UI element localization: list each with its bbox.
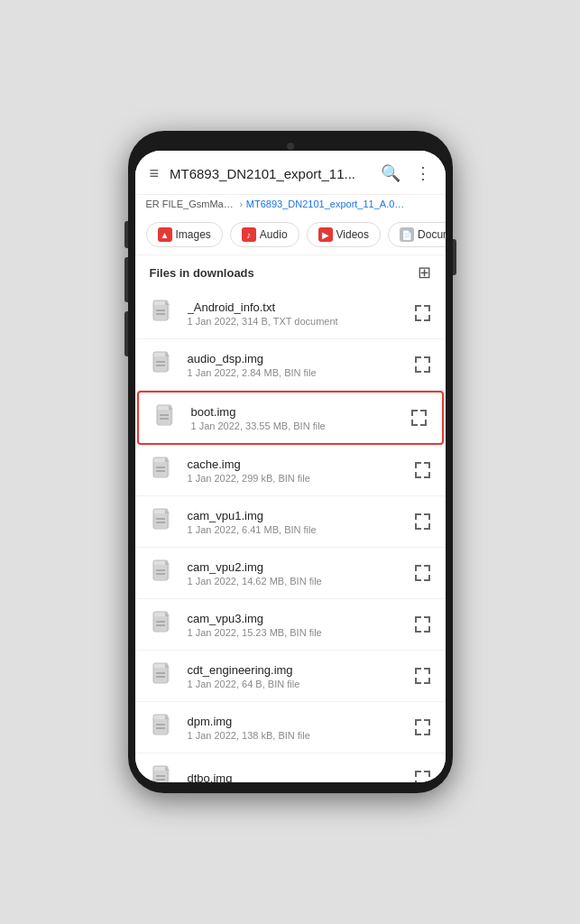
tab-audio[interactable]: ♪ Audio bbox=[230, 222, 299, 247]
file-meta: 1 Jan 2022, 64 B, BIN file bbox=[188, 679, 404, 689]
category-tabs: ▲ Images ♪ Audio ▶ Videos 📄 Documents bbox=[135, 215, 446, 255]
file-meta: 1 Jan 2022, 6.41 MB, BIN file bbox=[188, 524, 404, 535]
file-icon bbox=[153, 402, 180, 434]
expand-icon[interactable] bbox=[415, 565, 431, 581]
file-icon bbox=[150, 660, 177, 692]
tab-videos[interactable]: ▶ Videos bbox=[307, 222, 381, 247]
file-name: cdt_engineering.img bbox=[188, 663, 404, 677]
file-meta: 1 Jan 2022, 15.23 MB, BIN file bbox=[188, 627, 404, 638]
file-icon bbox=[150, 762, 177, 782]
file-name: dtbo.img bbox=[188, 772, 404, 783]
list-item[interactable]: dpm.img 1 Jan 2022, 138 kB, BIN file bbox=[135, 702, 446, 753]
docs-icon: 📄 bbox=[400, 227, 414, 242]
list-item[interactable]: cache.img 1 Jan 2022, 299 kB, BIN file bbox=[135, 445, 446, 496]
expand-icon[interactable] bbox=[415, 616, 431, 633]
list-item[interactable]: _Android_info.txt 1 Jan 2022, 314 B, TXT… bbox=[135, 288, 446, 339]
svg-rect-5 bbox=[153, 356, 170, 371]
list-item[interactable]: cdt_engineering.img 1 Jan 2022, 64 B, BI… bbox=[135, 651, 446, 702]
top-bar: ≡ MT6893_DN2101_export_11... 🔍 ⋮ bbox=[135, 151, 446, 195]
file-meta: 1 Jan 2022, 14.62 MB, BIN file bbox=[188, 576, 404, 587]
expand-icon[interactable] bbox=[415, 513, 431, 530]
videos-icon: ▶ bbox=[318, 227, 333, 242]
grid-view-icon[interactable]: ⊞ bbox=[418, 263, 431, 282]
file-name: cam_vpu2.img bbox=[188, 560, 404, 574]
file-meta: 1 Jan 2022, 314 B, TXT document bbox=[188, 316, 404, 327]
file-meta: 1 Jan 2022, 299 kB, BIN file bbox=[188, 473, 404, 484]
search-icon[interactable]: 🔍 bbox=[377, 160, 404, 187]
svg-rect-29 bbox=[153, 668, 170, 682]
expand-icon[interactable] bbox=[415, 668, 431, 684]
file-icon bbox=[150, 348, 177, 381]
file-icon bbox=[150, 454, 177, 486]
file-info: cam_vpu3.img 1 Jan 2022, 15.23 MB, BIN f… bbox=[188, 612, 404, 638]
images-icon: ▲ bbox=[158, 227, 172, 242]
expand-icon[interactable] bbox=[411, 410, 428, 426]
file-icon bbox=[150, 505, 177, 538]
file-info: cam_vpu1.img 1 Jan 2022, 6.41 MB, BIN fi… bbox=[188, 509, 404, 535]
breadcrumb: ER FILE_GsmMafi... › MT6893_DN2101_expor… bbox=[135, 195, 446, 215]
file-icon bbox=[150, 711, 177, 744]
expand-icon[interactable] bbox=[415, 356, 431, 373]
breadcrumb-current[interactable]: MT6893_DN2101_export_11_A.07.202107... bbox=[246, 199, 409, 209]
svg-rect-9 bbox=[157, 410, 173, 424]
breadcrumb-prev[interactable]: ER FILE_GsmMafi... bbox=[146, 199, 236, 209]
tab-images[interactable]: ▲ Images bbox=[146, 222, 223, 247]
file-name: cache.img bbox=[188, 457, 404, 471]
file-meta: 1 Jan 2022, 33.55 MB, BIN file bbox=[191, 420, 400, 431]
expand-icon[interactable] bbox=[415, 771, 431, 782]
file-icon bbox=[150, 557, 177, 589]
file-name: dpm.img bbox=[188, 715, 404, 728]
tab-documents-label: Documents bbox=[418, 228, 445, 241]
list-item[interactable]: cam_vpu3.img 1 Jan 2022, 15.23 MB, BIN f… bbox=[135, 599, 446, 651]
svg-rect-21 bbox=[153, 565, 170, 579]
file-name: cam_vpu3.img bbox=[188, 612, 404, 625]
file-name: audio_dsp.img bbox=[188, 352, 404, 365]
file-icon bbox=[150, 297, 177, 329]
file-name: boot.img bbox=[191, 405, 400, 419]
svg-rect-25 bbox=[153, 616, 170, 631]
more-icon[interactable]: ⋮ bbox=[411, 160, 435, 187]
section-header: Files in downloads ⊞ bbox=[135, 255, 446, 288]
file-info: audio_dsp.img 1 Jan 2022, 2.84 MB, BIN f… bbox=[188, 352, 404, 378]
svg-rect-33 bbox=[153, 719, 170, 734]
menu-icon[interactable]: ≡ bbox=[146, 161, 163, 187]
breadcrumb-separator: › bbox=[240, 199, 243, 209]
list-item[interactable]: cam_vpu1.img 1 Jan 2022, 6.41 MB, BIN fi… bbox=[135, 496, 446, 548]
audio-icon: ♪ bbox=[242, 227, 256, 242]
file-info: cdt_engineering.img 1 Jan 2022, 64 B, BI… bbox=[188, 663, 404, 689]
tab-videos-label: Videos bbox=[336, 228, 369, 241]
file-name: cam_vpu1.img bbox=[188, 509, 404, 522]
svg-rect-13 bbox=[153, 462, 170, 476]
tab-documents[interactable]: 📄 Documents bbox=[388, 222, 445, 247]
file-meta: 1 Jan 2022, 2.84 MB, BIN file bbox=[188, 367, 404, 378]
file-info: boot.img 1 Jan 2022, 33.55 MB, BIN file bbox=[191, 405, 400, 431]
list-item[interactable]: audio_dsp.img 1 Jan 2022, 2.84 MB, BIN f… bbox=[135, 339, 446, 391]
file-info: dpm.img 1 Jan 2022, 138 kB, BIN file bbox=[188, 715, 404, 741]
expand-icon[interactable] bbox=[415, 305, 431, 321]
file-meta: 1 Jan 2022, 138 kB, BIN file bbox=[188, 730, 404, 741]
expand-icon[interactable] bbox=[415, 719, 431, 735]
section-title: Files in downloads bbox=[150, 266, 254, 280]
file-list: _Android_info.txt 1 Jan 2022, 314 B, TXT… bbox=[135, 288, 446, 782]
list-item[interactable]: cam_vpu2.img 1 Jan 2022, 14.62 MB, BIN f… bbox=[135, 548, 446, 599]
tab-images-label: Images bbox=[176, 228, 211, 241]
file-info: cache.img 1 Jan 2022, 299 kB, BIN file bbox=[188, 457, 404, 484]
page-title: MT6893_DN2101_export_11... bbox=[170, 166, 369, 181]
file-info: dtbo.img bbox=[188, 772, 404, 783]
expand-icon[interactable] bbox=[415, 462, 431, 478]
file-name: _Android_info.txt bbox=[188, 300, 404, 314]
file-info: cam_vpu2.img 1 Jan 2022, 14.62 MB, BIN f… bbox=[188, 560, 404, 587]
list-item[interactable]: boot.img 1 Jan 2022, 33.55 MB, BIN file bbox=[137, 391, 444, 445]
list-item[interactable]: dtbo.img bbox=[135, 753, 446, 782]
svg-rect-1 bbox=[153, 305, 170, 319]
svg-rect-17 bbox=[153, 513, 170, 528]
file-icon bbox=[150, 608, 177, 641]
file-info: _Android_info.txt 1 Jan 2022, 314 B, TXT… bbox=[188, 300, 404, 327]
tab-audio-label: Audio bbox=[260, 228, 288, 241]
